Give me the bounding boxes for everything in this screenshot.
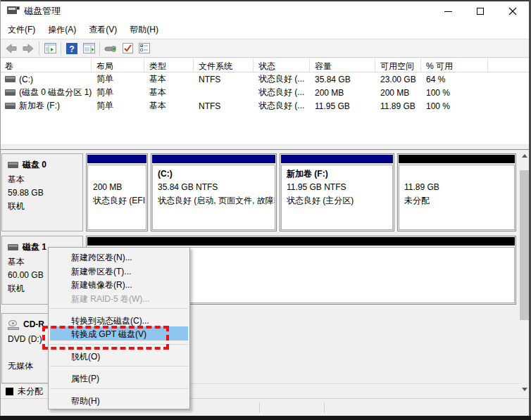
volume-layout: 简单	[92, 100, 144, 112]
volume-capacity: 35.84 GB	[310, 75, 375, 84]
volume-name: (磁盘 0 磁盘分区 1)	[19, 87, 92, 98]
toolbar: ?	[0, 39, 531, 58]
disk-context-menu: 新建跨区卷(N)... 新建带区卷(T)... 新建镜像卷(R)... 新建 R…	[48, 247, 190, 409]
volume-capacity: 11.95 GB	[310, 101, 375, 111]
volume-pct: 64 %	[421, 75, 488, 84]
show-action-pane-icon	[83, 43, 95, 53]
disk0-size: 59.88 GB	[8, 186, 80, 200]
partition-efi[interactable]: 200 MB 状态良好 (EFI	[86, 153, 148, 231]
pane-splitter[interactable]	[0, 144, 531, 150]
menu-item-new-striped-volume[interactable]: 新建带区卷(T)...	[49, 264, 189, 278]
col-free[interactable]: 可用空间	[375, 58, 421, 72]
unallocated-swatch	[6, 388, 13, 395]
close-icon	[508, 7, 517, 15]
volume-type: 基本	[144, 100, 194, 112]
table-row[interactable]: (C:) 简单 基本 NTFS 状态良好 (... 35.84 GB 23.00…	[0, 72, 531, 86]
volume-capacity: 200 MB	[310, 88, 375, 98]
show-console-tree-icon	[44, 43, 56, 53]
partition-color-bar	[87, 155, 146, 163]
disk0-status: 联机	[8, 200, 80, 213]
menu-separator	[50, 344, 188, 345]
menu-item-help[interactable]: 帮助(H)	[49, 393, 189, 407]
col-capacity[interactable]: 容量	[310, 58, 375, 72]
partition-status: 状态良好 (启动, 页面文件, 故障转	[158, 194, 273, 208]
show-console-tree-button[interactable]	[42, 41, 58, 56]
disk0-info-panel[interactable]: 磁盘 0 基本 59.88 GB 联机	[1, 153, 83, 231]
menu-item-convert-to-dynamic-disk[interactable]: 转换到动态磁盘(C)...	[49, 313, 189, 327]
volume-type: 基本	[144, 87, 194, 98]
partition-status: 未分配	[404, 194, 513, 208]
menu-item-new-spanned-volume[interactable]: 新建跨区卷(N)...	[49, 250, 189, 264]
partition-f[interactable]: 新加卷 (F:) 11.95 GB NTFS 状态良好 (主分区)	[280, 153, 394, 231]
title-bar: 磁盘管理	[0, 1, 531, 21]
volume-layout: 简单	[92, 73, 144, 85]
chevron-up-icon	[522, 154, 527, 158]
col-type[interactable]: 类型	[144, 58, 194, 72]
cdrom-name: CD-R	[23, 318, 44, 331]
partition-title: 新加卷 (F:)	[287, 167, 391, 181]
volume-icon	[5, 89, 15, 96]
cdrom-icon	[8, 320, 19, 330]
partition-size: 11.95 GB NTFS	[287, 181, 391, 194]
minimize-button[interactable]	[432, 1, 464, 21]
disk0-regions: 200 MB 状态良好 (EFI (C:) 35.84 GB NTFS 状态良好…	[86, 153, 516, 231]
volume-pct: 100 %	[421, 88, 488, 98]
scrollbar-thumb[interactable]	[520, 170, 530, 320]
show-action-pane-button[interactable]	[80, 41, 97, 56]
table-row[interactable]: (磁盘 0 磁盘分区 1) 简单 基本 状态良好 (... 200 MB 200…	[0, 86, 531, 99]
help-button[interactable]: ?	[63, 41, 80, 56]
properties-tool-icon	[104, 44, 117, 53]
menu-separator	[50, 366, 188, 367]
menu-item-properties[interactable]: 属性(P)	[49, 371, 189, 385]
partition-unallocated[interactable]: 11.89 GB 未分配	[397, 153, 516, 231]
partition-c[interactable]: (C:) 35.84 GB NTFS 状态良好 (启动, 页面文件, 故障转	[151, 153, 277, 231]
maximize-button[interactable]	[464, 1, 496, 21]
partition-size: 200 MB	[93, 181, 144, 194]
partition-status: 状态良好 (EFI	[93, 194, 144, 208]
volume-status: 状态良好 (...	[254, 100, 310, 112]
col-filesystem[interactable]: 文件系统	[194, 58, 254, 72]
volume-pct: 100 %	[421, 101, 488, 111]
menu-separator	[50, 388, 188, 389]
toolbar-separator	[99, 42, 100, 56]
disk0-type: 基本	[8, 173, 80, 186]
table-row[interactable]: 新加卷 (F:) 简单 基本 NTFS 状态良好 (... 11.95 GB 1…	[0, 99, 531, 113]
toolbar-separator	[39, 42, 39, 56]
statusbar-divider	[259, 402, 260, 413]
checklist-button[interactable]	[136, 41, 153, 56]
properties-tool-button[interactable]	[102, 41, 119, 56]
volume-free: 200 MB	[375, 88, 421, 98]
volume-layout: 简单	[92, 87, 144, 98]
col-pct-free[interactable]: % 可用	[421, 58, 488, 72]
app-icon	[7, 6, 18, 16]
menu-item-new-mirrored-volume[interactable]: 新建镜像卷(R)...	[49, 277, 189, 291]
partition-title	[93, 167, 144, 181]
window-border-left	[0, 0, 1, 420]
menu-action[interactable]: 操作(A)	[42, 21, 82, 39]
close-button[interactable]	[496, 1, 529, 21]
menu-help[interactable]: 帮助(H)	[123, 21, 165, 39]
help-icon: ?	[66, 43, 77, 54]
col-status[interactable]: 状态	[254, 58, 310, 72]
menu-item-convert-to-gpt-disk[interactable]: 转换成 GPT 磁盘(V)	[50, 326, 188, 341]
menu-item-offline[interactable]: 脱机(O)	[49, 349, 189, 363]
volume-table-header: 卷 布局 类型 文件系统 状态 容量 可用空间 % 可用	[0, 58, 531, 72]
check-document-button[interactable]	[119, 41, 136, 56]
disk0-name: 磁盘 0	[23, 158, 46, 172]
col-volume[interactable]: 卷	[0, 58, 92, 72]
partition-title: (C:)	[158, 167, 273, 181]
volume-icon	[5, 103, 15, 109]
menu-separator	[50, 308, 188, 309]
col-extra	[488, 58, 531, 72]
window-border-top	[0, 0, 531, 1]
volume-free: 11.89 GB	[375, 101, 421, 111]
check-document-icon	[123, 43, 133, 53]
menu-file[interactable]: 文件(F)	[1, 21, 42, 39]
forward-button[interactable]	[20, 41, 37, 56]
back-button[interactable]	[3, 41, 20, 56]
volume-status: 状态良好 (...	[254, 73, 310, 85]
partition-color-bar	[152, 155, 275, 163]
col-layout[interactable]: 布局	[92, 58, 144, 72]
menu-view[interactable]: 查看(V)	[82, 21, 123, 39]
svg-text:?: ?	[69, 44, 74, 53]
